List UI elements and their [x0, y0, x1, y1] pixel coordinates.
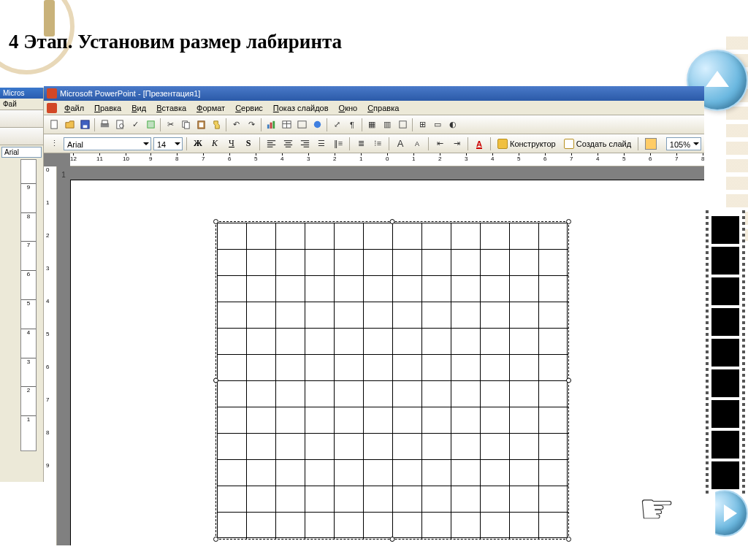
pp-title-text: Microsoft PowerPoint - [Презентация1] [60, 89, 200, 98]
preview-icon[interactable] [112, 118, 127, 132]
font-size-combo[interactable]: 14 [153, 137, 183, 150]
powerpoint-icon [47, 88, 57, 99]
word-toolbar-1 [0, 110, 43, 128]
slide-title: 4 Этап. Установим размер лабиринта [9, 31, 342, 53]
menu-edit[interactable]: Правка [90, 102, 126, 114]
print-icon[interactable] [97, 118, 112, 132]
menu-view[interactable]: Вид [127, 102, 150, 114]
cut-icon[interactable]: ✂ [163, 118, 178, 132]
normal-view-icon[interactable]: ▭ [430, 118, 445, 132]
zoom-combo[interactable]: 105% [666, 137, 701, 150]
new-slide-icon [564, 139, 574, 149]
pp-standard-toolbar: ✓ ✂ ↶ ↷ ⤢ ¶ ▦ ▥ ⊞ ▭ ◐ [44, 115, 704, 134]
menu-insert[interactable]: Вставка [152, 102, 191, 114]
pp-formatting-toolbar: ⋮ Arial 14 Ж К Ч S ☰ ‖≡ ≣ ⁝≡ A A ⇤ ⇥ A [44, 134, 704, 153]
word-menu: Фай [0, 99, 43, 110]
new-doc-icon[interactable] [47, 118, 61, 132]
save-icon[interactable] [77, 118, 92, 132]
handle-ml[interactable] [213, 378, 218, 383]
bullets-icon[interactable]: ⁝≡ [370, 137, 385, 151]
pp-doc-icon [47, 103, 57, 113]
menu-format[interactable]: Формат [192, 102, 229, 114]
svg-rect-12 [267, 125, 269, 129]
handle-br[interactable] [566, 537, 571, 542]
color-swatch[interactable] [645, 138, 657, 150]
insert-table-icon[interactable] [279, 118, 294, 132]
line-spacing-icon[interactable]: ‖≡ [331, 137, 346, 151]
svg-rect-7 [147, 121, 153, 128]
menu-window[interactable]: Окно [335, 102, 362, 114]
nav-next-button[interactable] [701, 490, 748, 537]
distribute-icon[interactable]: ☰ [314, 137, 329, 151]
maze-grid-table[interactable] [217, 223, 568, 538]
paste-icon[interactable] [194, 118, 208, 132]
insert-chart-icon[interactable] [264, 118, 278, 132]
numbering-icon[interactable]: ≣ [354, 137, 368, 151]
open-icon[interactable] [62, 118, 77, 132]
shadow-button[interactable]: S [241, 137, 256, 151]
menu-file[interactable]: Файл [60, 102, 88, 114]
hyperlink-icon[interactable] [310, 118, 324, 132]
pp-slide-area: 1 [57, 166, 704, 545]
font-color-icon[interactable]: A [472, 137, 486, 151]
word-screenshot-sliver: Micros Фай Arial 9 8 7 6 5 4 3 2 1 [0, 88, 44, 482]
word-titlebar: Micros [0, 88, 43, 99]
word-font-combo: Arial [1, 147, 42, 158]
show-all-icon[interactable]: ¶ [345, 118, 359, 132]
svg-rect-9 [184, 123, 189, 129]
font-name-combo[interactable]: Arial [64, 137, 151, 150]
align-left-icon[interactable] [264, 137, 278, 151]
pp-slide-canvas[interactable] [70, 180, 704, 545]
research-icon[interactable] [143, 118, 158, 132]
menu-help[interactable]: Справка [363, 102, 403, 114]
svg-rect-11 [199, 123, 203, 128]
align-right-icon[interactable] [297, 137, 312, 151]
handle-mr[interactable] [566, 378, 571, 383]
film-frame [711, 369, 739, 397]
copy-icon[interactable] [178, 118, 193, 132]
decrease-font-icon[interactable]: A [410, 137, 424, 151]
increase-indent-icon[interactable]: ⇥ [449, 137, 464, 151]
svg-point-19 [313, 121, 320, 128]
underline-button[interactable]: Ч [224, 137, 239, 151]
svg-rect-13 [270, 123, 272, 129]
word-toolbar-2 [0, 128, 43, 145]
grip-icon: ⋮ [47, 137, 61, 151]
tables-borders-icon[interactable] [294, 118, 309, 132]
grid-icon[interactable]: ▦ [365, 118, 379, 132]
menu-tools[interactable]: Сервис [231, 102, 267, 114]
pp-workspace: 0123456789 1 [44, 166, 704, 545]
redo-icon[interactable]: ↷ [244, 118, 259, 132]
handle-tl[interactable] [213, 219, 218, 224]
slide-background: 4 Этап. Установим размер лабиринта Micro… [0, 0, 748, 560]
align-center-icon[interactable] [280, 137, 295, 151]
bold-button[interactable]: Ж [191, 137, 205, 151]
guides-icon[interactable]: ▥ [380, 118, 394, 132]
menu-slideshow[interactable]: Показ слайдов [269, 102, 333, 114]
pp-ruler-horizontal: 1211109876543210123456745678 [70, 153, 704, 166]
handle-bl[interactable] [213, 537, 218, 542]
format-painter-icon[interactable] [209, 118, 224, 132]
slide-number: 1 [58, 171, 69, 179]
expand-icon[interactable]: ⤢ [329, 118, 344, 132]
handle-bm[interactable] [390, 537, 395, 542]
slide-sorter-icon[interactable]: ⊞ [415, 118, 430, 132]
svg-rect-4 [102, 120, 107, 124]
film-frame [711, 400, 739, 428]
film-frame [711, 216, 739, 244]
undo-icon[interactable]: ↶ [229, 118, 243, 132]
italic-button[interactable]: К [207, 137, 222, 151]
designer-icon [497, 139, 508, 149]
color-icon[interactable] [395, 118, 410, 132]
increase-font-icon[interactable]: A [393, 137, 408, 151]
handle-tm[interactable] [390, 219, 395, 224]
bw-icon[interactable]: ◐ [446, 118, 460, 132]
decrease-indent-icon[interactable]: ⇤ [432, 137, 447, 151]
svg-rect-14 [272, 121, 275, 129]
spell-icon[interactable]: ✓ [128, 118, 142, 132]
film-frame [711, 308, 739, 336]
new-slide-button[interactable]: Создать слайд [561, 137, 634, 151]
handle-tr[interactable] [566, 219, 571, 224]
designer-button[interactable]: Конструктор [495, 137, 559, 151]
grid-cells [218, 223, 567, 539]
